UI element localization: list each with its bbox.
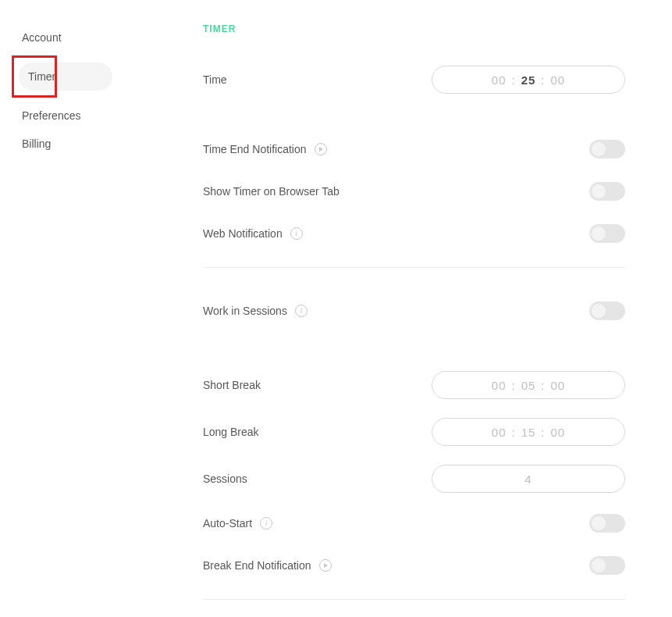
label-sessions: Sessions [203, 473, 247, 485]
time-input[interactable]: 00 : 25 : 00 [432, 66, 625, 94]
short-break-ss: 00 [546, 379, 571, 392]
row-sessions: Sessions 4 [203, 465, 625, 493]
label-show-timer-tab: Show Timer on Browser Tab [203, 185, 340, 198]
short-break-hh: 00 [487, 379, 511, 392]
label-work-in-sessions: Work in Sessions [203, 305, 287, 317]
time-hh: 00 [487, 73, 511, 87]
row-show-timer-tab: Show Timer on Browser Tab [203, 180, 625, 203]
sessions-value: 4 [520, 473, 536, 486]
sidebar-item-account[interactable]: Account [12, 23, 106, 52]
info-icon[interactable] [295, 305, 308, 317]
row-time-end-notification: Time End Notification [203, 137, 625, 161]
sidebar-item-billing[interactable]: Billing [12, 130, 106, 158]
label-time-end-notification: Time End Notification [203, 143, 307, 155]
main-content: TIMER Time 00 : 25 : 00 Time End Notific… [140, 23, 672, 617]
sessions-input[interactable]: 4 [432, 465, 625, 493]
toggle-web-notification[interactable] [589, 224, 625, 243]
long-break-hh: 00 [487, 426, 511, 439]
long-break-input[interactable]: 00 : 15 : 00 [432, 418, 625, 446]
label-short-break: Short Break [203, 379, 261, 391]
label-auto-start: Auto-Start [203, 517, 252, 530]
short-break-input[interactable]: 00 : 05 : 00 [432, 371, 625, 399]
section-title-timer: TIMER [203, 23, 625, 34]
time-colon: : [510, 73, 516, 87]
toggle-time-end-notification[interactable] [589, 140, 625, 159]
time-mm: 25 [517, 73, 541, 87]
toggle-break-end-notification[interactable] [589, 556, 625, 575]
sidebar: Account Timer Preferences Billing [0, 23, 140, 617]
row-short-break: Short Break 00 : 05 : 00 [203, 371, 625, 399]
long-break-ss: 00 [546, 426, 571, 439]
row-work-in-sessions: Work in Sessions [203, 299, 625, 323]
long-break-mm: 15 [517, 426, 541, 439]
label-web-notification: Web Notification [203, 227, 283, 240]
row-break-end-notification: Break End Notification [203, 554, 625, 577]
toggle-auto-start[interactable] [589, 514, 625, 533]
info-icon[interactable] [290, 227, 303, 240]
time-colon: : [540, 73, 546, 87]
label-break-end-notification: Break End Notification [203, 559, 311, 572]
label-long-break: Long Break [203, 426, 259, 438]
row-web-notification: Web Notification [203, 222, 625, 245]
divider [203, 599, 625, 600]
short-break-mm: 05 [517, 379, 541, 392]
label-time: Time [203, 73, 227, 86]
row-time: Time 00 : 25 : 00 [203, 66, 625, 94]
row-auto-start: Auto-Start [203, 512, 625, 535]
play-preview-icon[interactable] [315, 143, 327, 155]
sidebar-item-preferences[interactable]: Preferences [12, 102, 106, 130]
toggle-show-timer-tab[interactable] [589, 182, 625, 201]
info-icon[interactable] [260, 517, 272, 530]
toggle-work-in-sessions[interactable] [589, 301, 625, 320]
play-preview-icon[interactable] [319, 559, 332, 572]
sidebar-item-timer[interactable]: Timer [19, 62, 112, 91]
divider [203, 267, 625, 268]
row-long-break: Long Break 00 : 15 : 00 [203, 418, 625, 446]
time-ss: 00 [546, 73, 571, 87]
sidebar-item-timer-highlight: Timer [12, 56, 56, 97]
